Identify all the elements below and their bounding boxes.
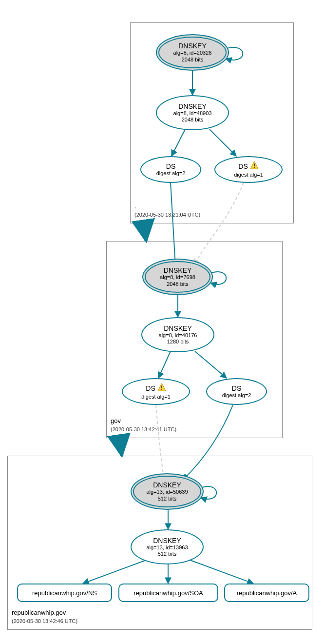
node-dom-zsk: DNSKEY alg=13, id=13963 512 bits bbox=[131, 529, 204, 564]
node-dom-zsk-line1: alg=13, id=13963 bbox=[146, 544, 188, 551]
node-rr-a-label: republicanwhip.gov/A bbox=[237, 589, 297, 597]
node-gov-ds1-line1: digest alg=1 bbox=[141, 394, 171, 400]
node-root-zsk-line1: alg=8, id=48903 bbox=[173, 110, 212, 117]
svg-rect-2 bbox=[161, 385, 162, 388]
svg-rect-1 bbox=[254, 167, 255, 168]
node-rr-ns: republicanwhip.gov/NS bbox=[17, 584, 112, 602]
warning-icon bbox=[250, 161, 259, 172]
zone-gov-name: gov bbox=[111, 417, 121, 424]
node-gov-ksk-line1: alg=8, id=7698 bbox=[160, 274, 195, 281]
zone-gov-timestamp: (2020-05-30 13:42:41 UTC) bbox=[111, 426, 176, 432]
node-root-ds1-line1: digest alg=1 bbox=[234, 172, 263, 178]
zone-root-timestamp: (2020-05-30 13:21:04 UTC) bbox=[134, 212, 200, 218]
node-root-zsk-line2: 2048 bits bbox=[182, 117, 204, 123]
node-dom-ksk-line1: alg=13, id=50639 bbox=[146, 489, 188, 495]
node-root-ksk-title: DNSKEY bbox=[178, 42, 207, 50]
node-gov-zsk-title: DNSKEY bbox=[164, 324, 192, 332]
node-gov-ds1-title: DS bbox=[146, 384, 155, 392]
zone-root-name: . bbox=[134, 202, 136, 210]
node-gov-ds2: DS digest alg=2 bbox=[206, 378, 267, 405]
node-gov-ksk: DNSKEY alg=8, id=7698 2048 bits bbox=[142, 259, 213, 295]
node-gov-ds1: DS digest alg=1 bbox=[122, 378, 190, 405]
edge-deleg-gov-domain bbox=[121, 437, 122, 456]
node-gov-ds2-line1: digest alg=2 bbox=[222, 392, 251, 399]
node-gov-ds2-title: DS bbox=[232, 384, 241, 392]
node-dom-zsk-line2: 512 bits bbox=[158, 551, 177, 557]
node-root-zsk-title: DNSKEY bbox=[178, 102, 207, 110]
node-root-ds1: DS digest alg=1 bbox=[214, 156, 283, 183]
node-root-ksk-line2: 2048 bits bbox=[182, 57, 204, 63]
node-dom-ksk: DNSKEY alg=13, id=50639 512 bits bbox=[131, 473, 204, 510]
zone-domain-timestamp: (2020-05-30 13:42:46 UTC) bbox=[12, 618, 77, 624]
node-rr-a: republicanwhip.gov/A bbox=[224, 584, 309, 602]
zone-domain-label: republicanwhip.gov (2020-05-30 13:42:46 … bbox=[12, 609, 77, 625]
node-root-ksk: DNSKEY alg=8, id=20326 2048 bits bbox=[156, 34, 229, 71]
node-rr-ns-label: republicanwhip.gov/NS bbox=[32, 589, 97, 597]
node-gov-zsk-line2: 1280 bits bbox=[167, 339, 189, 345]
node-root-zsk: DNSKEY alg=8, id=48903 2048 bits bbox=[156, 95, 229, 130]
node-gov-ksk-title: DNSKEY bbox=[164, 266, 192, 274]
node-root-ds2-title: DS bbox=[166, 162, 175, 170]
node-root-ds2-line1: digest alg=2 bbox=[156, 170, 186, 177]
zone-root-label: . (2020-05-30 13:21:04 UTC) bbox=[134, 202, 200, 219]
node-root-ksk-line1: alg=8, id=20326 bbox=[173, 50, 212, 56]
node-gov-zsk-line1: alg=8, id=40176 bbox=[159, 332, 197, 339]
node-gov-zsk: DNSKEY alg=8, id=40176 1280 bits bbox=[141, 317, 214, 352]
zone-domain-name: republicanwhip.gov bbox=[12, 609, 66, 616]
svg-rect-0 bbox=[254, 163, 255, 166]
node-dom-ksk-title: DNSKEY bbox=[153, 481, 181, 489]
node-dom-ksk-line2: 512 bits bbox=[158, 496, 177, 502]
warning-icon bbox=[157, 383, 166, 394]
node-root-ds2: DS digest alg=2 bbox=[140, 156, 201, 183]
svg-rect-3 bbox=[161, 389, 162, 390]
node-rr-soa-label: republicanwhip.gov/SOA bbox=[133, 589, 203, 597]
node-dom-zsk-title: DNSKEY bbox=[153, 537, 181, 544]
edge-deleg-root-gov bbox=[146, 222, 147, 241]
zone-gov-label: gov (2020-05-30 13:42:41 UTC) bbox=[111, 417, 176, 434]
node-rr-soa: republicanwhip.gov/SOA bbox=[118, 584, 218, 602]
node-gov-ksk-line2: 2048 bits bbox=[167, 281, 189, 287]
node-root-ds1-title: DS bbox=[238, 162, 248, 170]
